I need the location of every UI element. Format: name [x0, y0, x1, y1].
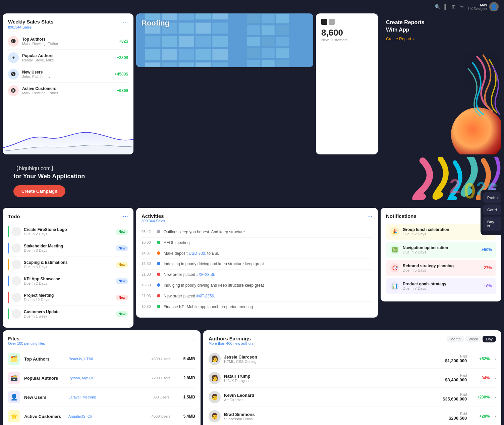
- author-arrow-icon[interactable]: ›: [494, 356, 496, 362]
- todo-info: Project Meeting Due In 12 Days: [24, 293, 113, 302]
- period-day-btn[interactable]: Day: [483, 336, 496, 342]
- author-name: Natali Trump: [224, 374, 442, 379]
- todo-info: Customers Update Due In 1 week: [24, 310, 113, 318]
- file-users: 4600 Users: [148, 357, 174, 361]
- author-item[interactable]: 👩 Jessie Clarcson HTML, CSS Coding Paid …: [209, 349, 496, 369]
- right-panel-item[interactable]: Prebu: [483, 192, 501, 203]
- file-users: 4600 Users: [148, 414, 174, 418]
- activity-time: 16:50: [142, 283, 154, 287]
- notification-item[interactable]: 💹 Navigation optimization Due In 2 Days …: [386, 242, 496, 258]
- authors-header: Authors Earnings More than 400 new autho…: [209, 336, 496, 345]
- stat-icon: 🅥: [8, 69, 19, 80]
- notif-due: Due In 2 Days: [403, 232, 478, 236]
- files-section: Files Over 100 pending files ⋯ 🗂️ Top Au…: [3, 330, 201, 425]
- files-menu[interactable]: ⋯: [190, 336, 195, 342]
- author-item[interactable]: 👩 Natali Trump UI/UX Designer Paid $3,40…: [209, 369, 496, 388]
- todo-item[interactable]: Stakeholder Meeting Due In 3 Days New: [8, 240, 128, 256]
- rp-item-title: Prebu: [487, 196, 497, 200]
- file-tags: AngularJS, C#: [68, 414, 144, 418]
- author-avatar: 👩: [209, 353, 221, 365]
- activity-dot: [157, 273, 160, 276]
- new-customers-card: 8,600 New Customers: [316, 13, 378, 154]
- activity-dot: [157, 305, 160, 308]
- file-name: New Users: [24, 395, 64, 400]
- file-size: 1.5MB: [178, 395, 195, 399]
- right-panel-item[interactable]: Get H: [483, 204, 501, 215]
- rp-item-title: Buy N: [487, 220, 497, 228]
- user-avatar[interactable]: 👤: [489, 2, 499, 11]
- todo-color-bar: [8, 226, 9, 237]
- author-role: UI/UX Designer: [224, 379, 442, 383]
- stat-name: Top Authors: [22, 37, 119, 42]
- bottom-row: Files Over 100 pending files ⋯ 🗂️ Top Au…: [0, 330, 504, 425]
- create-campaign-button[interactable]: Create Campaign: [13, 185, 65, 197]
- todo-color-bar: [8, 309, 9, 319]
- todo-task-name: KPI App Showcase: [24, 277, 113, 281]
- author-item[interactable]: 👨 Brad Simmons Successful Fellas Paid $2…: [209, 407, 496, 425]
- notif-due: Due In 5 Days: [403, 268, 479, 272]
- activities-sub: 890,344 Sales: [142, 219, 165, 223]
- files-sub: Over 100 pending files: [8, 341, 45, 345]
- user-name: Max: [468, 3, 487, 7]
- stat-users: Mark, Rowling, Esther: [22, 91, 117, 95]
- author-arrow-icon[interactable]: ›: [494, 414, 496, 419]
- activities-section: Activities 890,344 Sales ⋯ 08:42 Outline…: [136, 208, 378, 328]
- author-paid-label: Paid: [460, 374, 467, 377]
- search-icon[interactable]: 🔍: [435, 4, 440, 9]
- todo-title: Todo: [8, 214, 20, 219]
- todo-menu[interactable]: ⋯: [123, 213, 128, 220]
- todo-items-list: Create FireStone Logo Due In 2 Days New …: [8, 224, 128, 322]
- author-arrow-icon[interactable]: ›: [494, 375, 496, 381]
- cust-sq-light: [329, 19, 335, 25]
- todo-item[interactable]: Project Meeting Due In 12 Days New: [8, 289, 128, 306]
- right-panel-item[interactable]: Buy N: [483, 217, 501, 231]
- todo-item[interactable]: KPI App Showcase Due In 2 Days New: [8, 273, 128, 289]
- file-tags: ReactJs, HTML: [68, 357, 144, 361]
- customer-label: New Customers: [321, 38, 373, 42]
- user-info[interactable]: Max UX Designer 👤: [468, 2, 499, 11]
- notif-name: Product goals strategy: [403, 282, 481, 286]
- author-percentage: -34%: [473, 376, 490, 380]
- weekly-sales-menu[interactable]: ⋯: [123, 19, 128, 25]
- activity-link[interactable]: #XF-2356.: [196, 294, 215, 298]
- notification-item[interactable]: 🎉 Group lunch celebration Due In 2 Days …: [386, 224, 496, 240]
- activities-header: Activities 890,344 Sales ⋯: [142, 213, 373, 223]
- file-name: Popular Authors: [24, 376, 64, 381]
- file-items-list: 🗂️ Top Authors ReactJs, HTML 4600 Users …: [8, 349, 195, 425]
- todo-badge: New: [116, 229, 128, 235]
- activity-dot: [157, 251, 160, 255]
- file-item[interactable]: ⭐ Active Customers AngularJS, C# 4600 Us…: [8, 407, 195, 425]
- stat-icon: 🅟: [8, 36, 19, 47]
- todo-item[interactable]: Create FireStone Logo Due In 2 Days New: [8, 224, 128, 240]
- roofing-customers-row: Roofing 8,600 New Customers: [136, 13, 378, 154]
- authors-section: Authors Earnings More than 400 new autho…: [203, 330, 501, 425]
- stat-users: Mark, Rowling, Esther: [22, 42, 119, 46]
- file-item[interactable]: 🗃️ Popular Authors Python, MySQL 7200 Us…: [8, 369, 195, 388]
- activities-menu[interactable]: ⋯: [367, 213, 373, 220]
- right-panel-items: PrebuGet HBuy N: [483, 192, 501, 231]
- author-paid-label: Paid: [460, 355, 467, 358]
- stat-value: +4500$: [115, 72, 128, 77]
- todo-item[interactable]: Scoping & Estimations Due In 5 Days New: [8, 256, 128, 273]
- notification-item[interactable]: 🎯 Rebrand strategy planning Due In 5 Day…: [386, 260, 496, 276]
- activity-link[interactable]: #XF-2356.: [196, 272, 215, 277]
- todo-avatar: [12, 309, 21, 319]
- activity-link[interactable]: USD 700.: [189, 251, 206, 256]
- stat-value: +280$: [117, 55, 128, 60]
- author-item[interactable]: 👨 Kevin Leonard Art Director Paid $35,60…: [209, 388, 496, 407]
- create-report-link[interactable]: Create Report ›: [386, 37, 414, 41]
- period-week-btn[interactable]: Week: [465, 336, 482, 342]
- notification-item[interactable]: 📊 Product goals strategy Due In 7 Days +…: [386, 278, 496, 294]
- authors-card: Authors Earnings More than 400 new autho…: [203, 330, 501, 425]
- roofing-card: Roofing: [136, 13, 313, 67]
- period-month-btn[interactable]: Month: [447, 336, 464, 342]
- reports-content: Create ReportsWith App Create Report ›: [386, 19, 425, 41]
- roofing-image: Roofing: [136, 13, 313, 67]
- author-arrow-icon[interactable]: ›: [494, 394, 496, 400]
- notifications-title: Notifications: [386, 213, 416, 220]
- file-item[interactable]: 🗂️ Top Authors ReactJs, HTML 4600 Users …: [8, 349, 195, 369]
- todo-item[interactable]: Customers Update Due In 1 week New: [8, 306, 128, 322]
- author-amount: $3,400,000: [445, 377, 467, 382]
- stat-info: Active Customers Mark, Rowling, Esther: [22, 86, 117, 95]
- file-item[interactable]: 👤 New Users Laravel, Metronic 890 Users …: [8, 388, 195, 407]
